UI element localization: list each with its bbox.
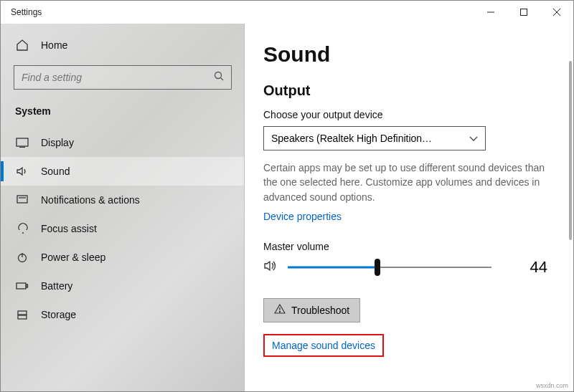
sidebar-item-battery[interactable]: Battery [1, 272, 245, 300]
content-pane: Sound Output Choose your output device S… [245, 24, 573, 391]
search-box[interactable] [14, 65, 232, 90]
sidebar-item-storage[interactable]: Storage [1, 300, 245, 329]
home-icon [15, 38, 29, 52]
watermark: wsxdn.com [536, 382, 568, 389]
power-icon [15, 250, 29, 264]
output-device-select[interactable]: Speakers (Realtek High Definition… [263, 126, 486, 150]
svg-rect-14 [27, 285, 28, 287]
sidebar-item-power[interactable]: Power & sleep [1, 243, 245, 272]
titlebar: Settings [1, 1, 573, 24]
svg-line-5 [221, 78, 224, 81]
maximize-button[interactable] [507, 1, 540, 24]
storage-icon [15, 307, 29, 322]
sidebar-item-label: Focus assist [41, 223, 97, 234]
sidebar-group: System [1, 100, 245, 128]
sidebar-item-display[interactable]: Display [1, 128, 245, 157]
svg-rect-8 [17, 196, 27, 203]
chevron-down-icon [469, 133, 478, 144]
sidebar-item-label: Sound [41, 166, 70, 177]
troubleshoot-button[interactable]: Troubleshoot [263, 298, 360, 322]
svg-point-4 [215, 72, 222, 79]
home-link[interactable]: Home [1, 31, 245, 59]
sidebar-item-label: Storage [41, 309, 76, 320]
selected-device: Speakers (Realtek High Definition… [271, 133, 432, 144]
speaker-icon[interactable] [263, 259, 278, 275]
svg-rect-1 [521, 9, 527, 16]
output-heading: Output [263, 82, 547, 99]
slider-thumb[interactable] [375, 259, 380, 276]
warning-icon [274, 304, 286, 316]
output-description: Certain apps may be set up to use differ… [263, 161, 547, 204]
sidebar: Home System Display Sound Notifications … [1, 24, 245, 391]
search-input[interactable] [22, 72, 214, 83]
window-title: Settings [11, 7, 42, 17]
sidebar-item-label: Power & sleep [41, 252, 105, 263]
troubleshoot-label: Troubleshoot [291, 305, 349, 316]
notifications-icon [15, 193, 29, 207]
svg-rect-16 [18, 315, 27, 319]
svg-rect-13 [17, 283, 26, 289]
sidebar-item-notifications[interactable]: Notifications & actions [1, 186, 245, 214]
sidebar-item-sound[interactable]: Sound [1, 157, 245, 186]
focus-assist-icon [15, 221, 29, 236]
choose-output-label: Choose your output device [263, 109, 547, 120]
master-volume-label: Master volume [263, 241, 547, 252]
manage-sound-devices-link[interactable]: Manage sound devices [263, 334, 384, 357]
sidebar-item-focus[interactable]: Focus assist [1, 214, 245, 243]
sidebar-item-label: Notifications & actions [41, 194, 140, 206]
display-icon [15, 135, 29, 150]
sidebar-item-label: Battery [41, 280, 72, 292]
sidebar-item-label: Display [41, 137, 74, 148]
home-label: Home [41, 39, 67, 51]
scrollbar[interactable] [569, 61, 572, 240]
settings-window: Settings Home System Display Sound [0, 0, 574, 392]
device-properties-link[interactable]: Device properties [263, 211, 342, 222]
close-button[interactable] [540, 1, 573, 24]
volume-row: 44 [263, 258, 547, 277]
battery-icon [15, 279, 29, 293]
page-title: Sound [263, 42, 547, 67]
volume-value: 44 [530, 258, 547, 277]
svg-rect-15 [18, 311, 27, 315]
search-icon [214, 71, 224, 84]
svg-rect-6 [17, 138, 28, 146]
volume-slider[interactable] [288, 260, 491, 274]
minimize-button[interactable] [474, 1, 507, 24]
svg-point-18 [279, 312, 280, 312]
sound-icon [15, 164, 29, 178]
